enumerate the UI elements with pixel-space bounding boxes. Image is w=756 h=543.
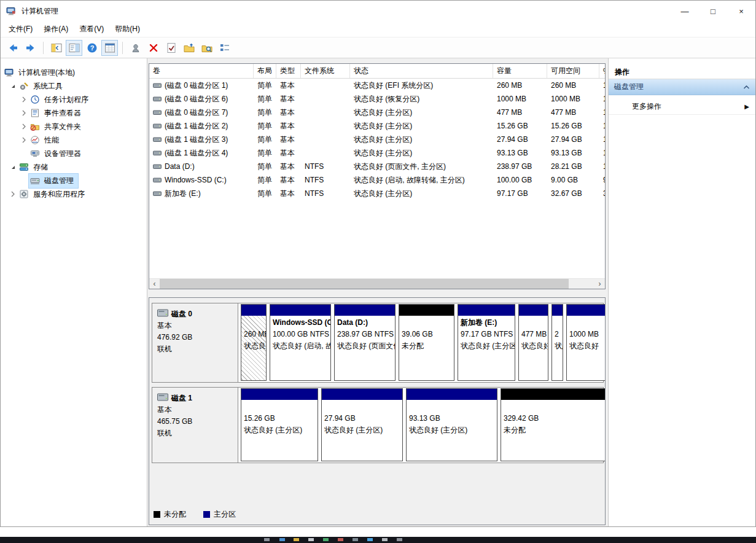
tree-item-device-manager[interactable]: 设备管理器	[1, 147, 147, 160]
taskbar-icon[interactable]	[323, 538, 329, 541]
collapse-icon[interactable]	[8, 81, 18, 91]
delete-volume-icon[interactable]	[145, 40, 162, 56]
column-header-capacity[interactable]: 容量	[493, 64, 547, 78]
scroll-left-button[interactable]: ‹	[149, 279, 160, 289]
column-header-free[interactable]: 可用空间	[547, 64, 599, 78]
taskbar-icon[interactable]	[382, 538, 388, 541]
tree-item-system-tools[interactable]: 系统工具	[1, 79, 147, 93]
expand-icon[interactable]	[8, 189, 18, 199]
show-action-pane-icon[interactable]	[66, 40, 82, 56]
column-header-status[interactable]: 状态	[350, 64, 493, 78]
taskbar-icon[interactable]	[308, 538, 314, 541]
minimize-button[interactable]: —	[671, 1, 699, 21]
column-header-type[interactable]: 类型	[276, 64, 301, 78]
cell-text: 1	[603, 122, 605, 130]
collapse-icon[interactable]	[8, 162, 18, 172]
partition-unallocated[interactable]: 329.42 GB未分配	[501, 388, 606, 461]
partition-primary[interactable]: 新加卷 (E:)97.17 GB NTFS状态良好 (主分区)	[458, 304, 515, 381]
tree-item-label: 任务计划程序	[43, 94, 90, 106]
cell-free: 9.00 GB	[547, 173, 599, 187]
partition-unallocated[interactable]: 39.06 GB未分配	[399, 304, 454, 381]
taskbar-icon[interactable]	[264, 538, 270, 541]
partition-primary[interactable]: 27.94 GB状态良好 (主分区)	[321, 388, 403, 461]
tree-item-event-viewer[interactable]: 事件查看器	[1, 106, 147, 120]
scrollbar-thumb[interactable]	[160, 279, 569, 289]
horizontal-scrollbar[interactable]: ‹ ›	[149, 278, 605, 289]
partition-primary[interactable]: 93.13 GB状态良好 (主分区)	[406, 388, 497, 461]
device-manager-icon	[30, 149, 41, 158]
menu-view[interactable]: 查看(V)	[74, 21, 109, 37]
export-list-icon[interactable]	[101, 40, 118, 56]
partition-primary[interactable]: 477 MB状态良好	[518, 304, 548, 381]
console-tree-icon[interactable]	[48, 40, 64, 56]
extend-volume-icon[interactable]	[216, 40, 233, 56]
partition-primary[interactable]: Data (D:)238.97 GB NTFS状态良好 (页面文件, 主分区)	[334, 304, 396, 381]
cell-type: 基本	[276, 187, 301, 200]
partition-primary[interactable]: 1000 MB状态良好	[566, 304, 606, 381]
scroll-right-button[interactable]: ›	[594, 279, 605, 289]
scrollbar-track[interactable]	[160, 279, 594, 289]
volume-row[interactable]: (磁盘 0 磁盘分区 6)简单基本状态良好 (恢复分区)1000 MB1000 …	[149, 92, 605, 106]
volume-row[interactable]: (磁盘 1 磁盘分区 2)简单基本状态良好 (主分区)15.26 GB15.26…	[149, 119, 605, 133]
cell-text: 状态良好 (EFI 系统分区)	[354, 80, 433, 91]
column-header-volume[interactable]: 卷	[149, 64, 254, 78]
volume-row[interactable]: Data (D:)简单基本NTFS状态良好 (页面文件, 主分区)238.97 …	[149, 160, 605, 173]
mark-active-icon[interactable]	[163, 40, 179, 56]
tree-item-services-apps[interactable]: 服务和应用程序	[1, 187, 147, 201]
partition-efi[interactable]: 260 MB状态良好	[241, 304, 267, 381]
tree-item-root[interactable]: 计算机管理(本地)	[1, 66, 147, 79]
disk-label[interactable]: 磁盘 0基本476.92 GB联机	[152, 303, 238, 382]
tree-item-performance[interactable]: 性能	[1, 133, 147, 147]
volume-row[interactable]: (磁盘 1 磁盘分区 4)简单基本状态良好 (主分区)93.13 GB93.13…	[149, 146, 605, 160]
menu-action[interactable]: 操作(A)	[38, 21, 74, 37]
taskbar[interactable]	[0, 537, 756, 543]
forward-icon[interactable]	[22, 40, 39, 56]
taskbar-icon[interactable]	[294, 538, 299, 541]
tree-item-label: 磁盘管理	[43, 175, 75, 187]
taskbar-icon[interactable]	[397, 538, 402, 541]
taskbar-icon[interactable]	[338, 538, 343, 541]
taskbar-icon[interactable]	[353, 538, 358, 541]
rescan-disks-icon[interactable]	[127, 40, 144, 56]
volume-row[interactable]: (磁盘 0 磁盘分区 1)简单基本状态良好 (EFI 系统分区)260 MB26…	[149, 79, 605, 92]
partition-primary[interactable]: 2状态	[551, 304, 563, 381]
title-bar[interactable]: 计算机管理 — □ ×	[1, 1, 755, 21]
menu-help[interactable]: 帮助(H)	[109, 21, 146, 37]
expand-icon[interactable]	[19, 135, 29, 145]
chevron-up-icon[interactable]	[743, 83, 750, 92]
primary-partition-stripe	[567, 305, 605, 316]
primary-partition-stripe	[241, 305, 266, 316]
column-header-pct[interactable]: %	[599, 64, 605, 78]
taskbar-icon[interactable]	[279, 538, 285, 541]
back-icon[interactable]	[4, 40, 21, 56]
taskbar-icon[interactable]	[367, 538, 373, 541]
column-header-fs[interactable]: 文件系统	[301, 64, 350, 78]
tree-item-task-scheduler[interactable]: 任务计划程序	[1, 93, 147, 106]
close-button[interactable]: ×	[727, 1, 755, 21]
cell-capacity: 27.94 GB	[493, 133, 547, 146]
volume-row[interactable]: Windows-SSD (C:)简单基本NTFS状态良好 (启动, 故障转储, …	[149, 173, 605, 187]
volume-row[interactable]: (磁盘 0 磁盘分区 7)简单基本状态良好 (主分区)477 MB477 MB1	[149, 106, 605, 119]
help-icon[interactable]: ?	[84, 40, 100, 56]
expand-icon[interactable]	[19, 108, 29, 118]
volume-row[interactable]: 新加卷 (E:)简单基本NTFS状态良好 (主分区)97.17 GB32.67 …	[149, 187, 605, 200]
partition-primary[interactable]: 15.26 GB状态良好 (主分区)	[241, 388, 318, 461]
disk-label[interactable]: 磁盘 1基本465.75 GB联机	[152, 388, 238, 463]
tree-item-disk-management[interactable]: 磁盘管理	[1, 174, 147, 187]
tree-item-shared-folders[interactable]: 共享文件夹	[1, 120, 147, 133]
explore-icon[interactable]	[198, 40, 215, 56]
cell-text: 状态良好 (页面文件, 主分区)	[354, 162, 446, 172]
system-tools-icon	[19, 81, 29, 91]
cell-text: 简单	[257, 121, 272, 131]
expand-icon[interactable]	[19, 95, 29, 104]
partition-primary[interactable]: Windows-SSD (C:)100.00 GB NTFS状态良好 (启动, …	[270, 304, 331, 381]
change-drive-letter-icon[interactable]	[181, 40, 197, 56]
column-header-layout[interactable]: 布局	[254, 64, 276, 78]
maximize-button[interactable]: □	[699, 1, 727, 21]
volume-row[interactable]: (磁盘 1 磁盘分区 3)简单基本状态良好 (主分区)27.94 GB27.94…	[149, 133, 605, 146]
disk-management-section-header[interactable]: 磁盘管理	[609, 79, 755, 95]
expand-icon[interactable]	[19, 122, 29, 131]
tree-item-storage[interactable]: 存储	[1, 160, 147, 174]
menu-file[interactable]: 文件(F)	[3, 21, 38, 37]
more-actions-item[interactable]: 更多操作 ▶	[609, 99, 755, 115]
